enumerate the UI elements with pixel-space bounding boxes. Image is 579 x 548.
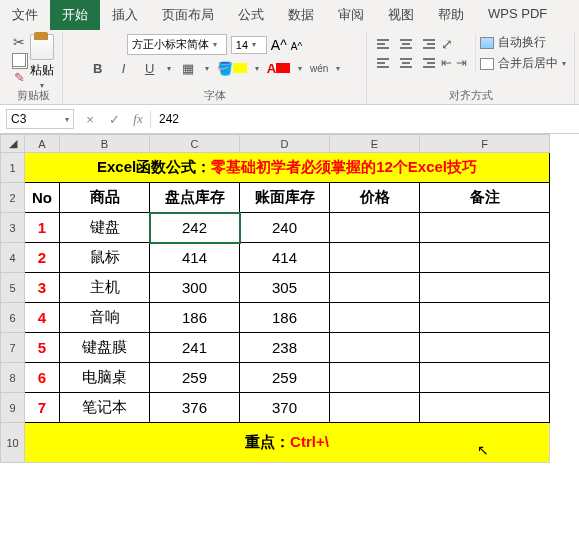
cell-D8[interactable]: 259 xyxy=(240,363,330,393)
title-cell[interactable]: Excel函数公式：零基础初学者必须掌握的12个Excel技巧 xyxy=(25,153,550,183)
grow-font-icon[interactable]: A^ xyxy=(271,37,287,53)
chevron-down-icon[interactable]: ▾ xyxy=(336,64,340,73)
header-D[interactable]: 账面库存 xyxy=(240,183,330,213)
copy-icon[interactable] xyxy=(12,53,26,67)
tab-insert[interactable]: 插入 xyxy=(100,0,150,30)
cell-C7[interactable]: 241 xyxy=(150,333,240,363)
row-header-10[interactable]: 10 xyxy=(1,423,25,463)
cell-E5[interactable] xyxy=(330,273,420,303)
cell-B8[interactable]: 电脑桌 xyxy=(60,363,150,393)
cell-C5[interactable]: 300 xyxy=(150,273,240,303)
col-header-A[interactable]: A xyxy=(25,135,60,153)
cell-A3[interactable]: 1 xyxy=(25,213,60,243)
cell-A7[interactable]: 5 xyxy=(25,333,60,363)
confirm-formula-button[interactable]: ✓ xyxy=(102,112,126,127)
cell-E4[interactable] xyxy=(330,243,420,273)
fill-color-button[interactable]: 🪣 xyxy=(217,61,247,76)
chevron-down-icon[interactable]: ▾ xyxy=(255,64,259,73)
cell-E9[interactable] xyxy=(330,393,420,423)
wrap-text-button[interactable]: 自动换行 xyxy=(480,34,566,51)
cell-B4[interactable]: 鼠标 xyxy=(60,243,150,273)
col-header-C[interactable]: C xyxy=(150,135,240,153)
bold-button[interactable]: B xyxy=(89,61,107,76)
align-right-button[interactable] xyxy=(419,55,437,71)
cell-A9[interactable]: 7 xyxy=(25,393,60,423)
name-box[interactable]: C3 ▾ xyxy=(6,109,74,129)
cell-F6[interactable] xyxy=(420,303,550,333)
cut-icon[interactable]: ✂ xyxy=(13,34,25,50)
cell-C3[interactable]: 242 xyxy=(150,213,240,243)
cell-D9[interactable]: 370 xyxy=(240,393,330,423)
cell-D5[interactable]: 305 xyxy=(240,273,330,303)
col-header-D[interactable]: D xyxy=(240,135,330,153)
cell-D3[interactable]: 240 xyxy=(240,213,330,243)
row-header-7[interactable]: 7 xyxy=(1,333,25,363)
cell-F8[interactable] xyxy=(420,363,550,393)
cell-B7[interactable]: 键盘膜 xyxy=(60,333,150,363)
cell-F4[interactable] xyxy=(420,243,550,273)
chevron-down-icon[interactable]: ▾ xyxy=(205,64,209,73)
tab-wpspdf[interactable]: WPS PDF xyxy=(476,0,559,30)
row-header-8[interactable]: 8 xyxy=(1,363,25,393)
col-header-E[interactable]: E xyxy=(330,135,420,153)
font-size-select[interactable]: 14 ▾ xyxy=(231,36,267,54)
cell-F7[interactable] xyxy=(420,333,550,363)
align-middle-button[interactable] xyxy=(397,36,415,52)
align-center-button[interactable] xyxy=(397,55,415,71)
cancel-formula-button[interactable]: × xyxy=(78,112,102,127)
fx-button[interactable]: fx xyxy=(126,111,150,127)
merge-center-button[interactable]: 合并后居中 ▾ xyxy=(480,55,566,72)
tab-layout[interactable]: 页面布局 xyxy=(150,0,226,30)
header-E[interactable]: 价格 xyxy=(330,183,420,213)
cell-D4[interactable]: 414 xyxy=(240,243,330,273)
cell-B3[interactable]: 键盘 xyxy=(60,213,150,243)
row-header-4[interactable]: 4 xyxy=(1,243,25,273)
header-B[interactable]: 商品 xyxy=(60,183,150,213)
align-left-button[interactable] xyxy=(375,55,393,71)
cell-F5[interactable] xyxy=(420,273,550,303)
footer-cell[interactable]: 重点：Ctrl+\↖ xyxy=(25,423,550,463)
tab-help[interactable]: 帮助 xyxy=(426,0,476,30)
row-header-3[interactable]: 3 xyxy=(1,213,25,243)
cell-F9[interactable] xyxy=(420,393,550,423)
formula-value[interactable]: 242 xyxy=(150,110,579,128)
cell-A8[interactable]: 6 xyxy=(25,363,60,393)
font-color-button[interactable]: A xyxy=(267,61,290,76)
grow-shrink-font[interactable]: A^ A^ xyxy=(271,37,302,53)
cell-A5[interactable]: 3 xyxy=(25,273,60,303)
chevron-down-icon[interactable]: ▾ xyxy=(167,64,171,73)
cell-B5[interactable]: 主机 xyxy=(60,273,150,303)
cell-C4[interactable]: 414 xyxy=(150,243,240,273)
cell-E3[interactable] xyxy=(330,213,420,243)
header-A[interactable]: No xyxy=(25,183,60,213)
underline-button[interactable]: U xyxy=(141,61,159,76)
row-header-9[interactable]: 9 xyxy=(1,393,25,423)
cell-A6[interactable]: 4 xyxy=(25,303,60,333)
decrease-indent-button[interactable]: ⇤ xyxy=(441,55,452,70)
tab-data[interactable]: 数据 xyxy=(276,0,326,30)
cell-E7[interactable] xyxy=(330,333,420,363)
cell-B6[interactable]: 音响 xyxy=(60,303,150,333)
cell-C8[interactable]: 259 xyxy=(150,363,240,393)
border-button[interactable]: ▦ xyxy=(179,61,197,76)
cell-D7[interactable]: 238 xyxy=(240,333,330,363)
header-C[interactable]: 盘点库存 xyxy=(150,183,240,213)
tab-view[interactable]: 视图 xyxy=(376,0,426,30)
cell-E6[interactable] xyxy=(330,303,420,333)
cell-C9[interactable]: 376 xyxy=(150,393,240,423)
tab-home[interactable]: 开始 xyxy=(50,0,100,30)
select-all-corner[interactable]: ◢ xyxy=(1,135,25,153)
cell-D6[interactable]: 186 xyxy=(240,303,330,333)
font-name-select[interactable]: 方正小标宋简体 ▾ xyxy=(127,34,227,55)
row-header-5[interactable]: 5 xyxy=(1,273,25,303)
tab-review[interactable]: 审阅 xyxy=(326,0,376,30)
row-header-2[interactable]: 2 xyxy=(1,183,25,213)
cell-F3[interactable] xyxy=(420,213,550,243)
shrink-font-icon[interactable]: A^ xyxy=(291,41,302,52)
cell-C6[interactable]: 186 xyxy=(150,303,240,333)
increase-indent-button[interactable]: ⇥ xyxy=(456,55,467,70)
paste-button[interactable]: 粘贴 ▾ xyxy=(30,34,54,90)
header-F[interactable]: 备注 xyxy=(420,183,550,213)
phonetic-button[interactable]: wén xyxy=(310,63,328,74)
col-header-B[interactable]: B xyxy=(60,135,150,153)
